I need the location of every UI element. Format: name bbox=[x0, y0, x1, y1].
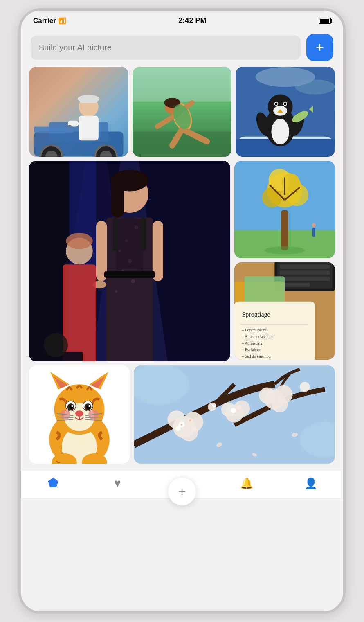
svg-rect-13 bbox=[133, 67, 232, 102]
status-bar: Carrier 📶 2:42 PM bbox=[21, 11, 343, 28]
svg-text:– Amet consectetur: – Amet consectetur bbox=[241, 334, 273, 339]
svg-point-161 bbox=[300, 382, 310, 392]
bell-icon: 🔔 bbox=[240, 477, 253, 490]
svg-rect-89 bbox=[280, 265, 330, 269]
battery-fill bbox=[320, 19, 329, 23]
svg-point-149 bbox=[189, 419, 191, 421]
plus-icon: + bbox=[316, 40, 324, 54]
tab-home[interactable]: ⬟ bbox=[21, 476, 85, 490]
list-item[interactable] bbox=[29, 365, 130, 464]
svg-text:– Est labore: – Est labore bbox=[241, 347, 261, 352]
svg-point-25 bbox=[295, 79, 335, 94]
image-grid: Sprogtiage – Lorem ipsum – Amet consecte… bbox=[21, 67, 343, 464]
image-row-2: Sprogtiage – Lorem ipsum – Amet consecte… bbox=[29, 161, 335, 361]
tab-profile[interactable]: 👤 bbox=[279, 477, 343, 490]
svg-rect-60 bbox=[111, 177, 124, 217]
svg-point-147 bbox=[191, 426, 196, 431]
svg-rect-90 bbox=[280, 271, 330, 275]
fab-plus-icon: + bbox=[178, 485, 186, 498]
heart-icon: ♥ bbox=[114, 477, 121, 490]
svg-line-126 bbox=[57, 417, 74, 417]
tab-bar: ⬟ ♥ + 🔔 👤 bbox=[21, 470, 343, 498]
svg-rect-12 bbox=[34, 126, 74, 133]
svg-text:– Sed do eiusmod: – Sed do eiusmod bbox=[241, 354, 270, 358]
list-item[interactable] bbox=[29, 67, 128, 157]
svg-point-35 bbox=[284, 103, 287, 105]
svg-rect-64 bbox=[104, 271, 155, 278]
image-fashion bbox=[29, 161, 230, 361]
svg-point-69 bbox=[44, 333, 68, 357]
image-penguin bbox=[236, 67, 335, 157]
svg-point-146 bbox=[175, 426, 180, 431]
svg-text:Sprogtiage: Sprogtiage bbox=[242, 311, 270, 318]
svg-point-158 bbox=[237, 405, 242, 410]
svg-rect-56 bbox=[113, 217, 118, 251]
image-blossom bbox=[134, 365, 335, 464]
svg-point-54 bbox=[115, 290, 118, 293]
image-yoga bbox=[133, 67, 232, 157]
svg-point-34 bbox=[275, 103, 278, 105]
home-icon: ⬟ bbox=[48, 476, 58, 490]
svg-text:– Lorem ipsum: – Lorem ipsum bbox=[241, 328, 266, 332]
image-man-car bbox=[29, 67, 128, 157]
svg-point-67 bbox=[66, 233, 93, 249]
svg-rect-7 bbox=[79, 116, 99, 141]
list-item[interactable] bbox=[234, 161, 335, 258]
image-notepad: Sprogtiage – Lorem ipsum – Amet consecte… bbox=[234, 262, 335, 360]
image-row-1 bbox=[29, 67, 335, 157]
phone-frame: Carrier 📶 2:42 PM + bbox=[18, 8, 346, 614]
svg-point-153 bbox=[272, 397, 288, 412]
svg-rect-88 bbox=[280, 262, 330, 263]
carrier-text: Carrier 📶 bbox=[33, 17, 66, 25]
list-item[interactable]: Sprogtiage – Lorem ipsum – Amet consecte… bbox=[234, 262, 335, 360]
svg-rect-57 bbox=[141, 217, 146, 251]
add-picture-button[interactable]: + bbox=[306, 34, 333, 61]
fab-add-button[interactable]: + bbox=[168, 478, 196, 505]
tab-notifications[interactable]: 🔔 bbox=[214, 477, 279, 490]
svg-point-148 bbox=[180, 424, 182, 426]
svg-point-155 bbox=[234, 401, 250, 417]
search-input[interactable] bbox=[31, 36, 301, 60]
image-tiger bbox=[29, 365, 130, 464]
svg-point-120 bbox=[88, 405, 90, 407]
image-tree bbox=[234, 161, 335, 258]
svg-point-119 bbox=[71, 405, 73, 407]
svg-rect-14 bbox=[133, 132, 232, 157]
svg-line-129 bbox=[85, 417, 102, 417]
list-item[interactable] bbox=[29, 161, 230, 361]
svg-point-157 bbox=[231, 408, 236, 413]
svg-point-123 bbox=[75, 410, 83, 417]
svg-point-29 bbox=[272, 119, 290, 144]
time-display: 2:42 PM bbox=[178, 16, 206, 25]
person-icon: 👤 bbox=[304, 477, 317, 490]
battery-icon bbox=[319, 18, 331, 24]
image-row-3 bbox=[29, 365, 335, 464]
tab-favorites[interactable]: ♥ bbox=[85, 477, 150, 490]
search-section: + bbox=[21, 28, 343, 67]
svg-text:– Adipiscing: – Adipiscing bbox=[241, 341, 262, 345]
carrier-label: Carrier bbox=[33, 17, 56, 25]
svg-rect-9 bbox=[79, 96, 99, 103]
list-item[interactable] bbox=[134, 365, 335, 464]
svg-point-84 bbox=[265, 246, 305, 255]
wifi-icon: 📶 bbox=[58, 17, 66, 25]
svg-rect-82 bbox=[312, 228, 315, 237]
svg-point-53 bbox=[131, 279, 135, 283]
list-item[interactable] bbox=[133, 67, 232, 157]
svg-rect-73 bbox=[281, 210, 288, 250]
svg-point-160 bbox=[212, 403, 216, 408]
list-item[interactable] bbox=[236, 67, 335, 157]
svg-point-83 bbox=[312, 223, 316, 227]
svg-rect-91 bbox=[280, 277, 330, 281]
image-row-2-right: Sprogtiage – Lorem ipsum – Amet consecte… bbox=[234, 161, 335, 361]
